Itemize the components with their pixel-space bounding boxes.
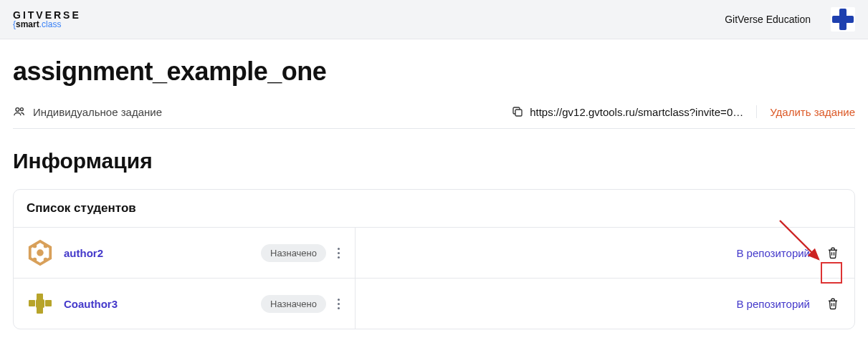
divider — [756, 105, 757, 118]
svg-point-5 — [33, 244, 37, 248]
assignment-type-label: Индивидуальное задание — [33, 106, 162, 118]
app-header: GITVERSE {smart.class GitVerse Education — [0, 0, 868, 39]
copy-icon[interactable] — [511, 105, 524, 118]
student-row: author2 Назначено В репозиторий — [14, 228, 854, 279]
trash-icon[interactable] — [826, 295, 840, 312]
logo-wordmark: GITVERSE — [13, 10, 81, 20]
logo[interactable]: GITVERSE {smart.class — [13, 10, 81, 29]
page-title: assignment_example_one — [13, 57, 855, 87]
svg-point-1 — [20, 108, 23, 111]
meta-row: Индивидуальное задание https://gv12.gvto… — [13, 105, 855, 129]
row-menu-button[interactable] — [332, 243, 345, 262]
trash-icon[interactable] — [826, 244, 840, 261]
svg-point-0 — [16, 108, 19, 112]
status-badge: Назначено — [261, 295, 326, 313]
svg-point-4 — [37, 249, 44, 256]
students-card-header: Список студентов — [14, 190, 854, 228]
users-icon — [13, 105, 26, 118]
repo-link[interactable]: В репозиторий — [736, 247, 810, 259]
delete-assignment-button[interactable]: Удалить задание — [770, 106, 855, 118]
org-name[interactable]: GitVerse Education — [725, 14, 811, 25]
row-menu-button[interactable] — [332, 294, 345, 313]
student-name[interactable]: Coauthor3 — [64, 298, 118, 310]
status-badge: Назначено — [261, 244, 326, 262]
student-row: Coauthor3 Назначено В репозиторий — [14, 279, 854, 329]
section-title: Информация — [13, 149, 855, 173]
avatar — [27, 290, 54, 317]
org-avatar[interactable] — [831, 7, 855, 32]
students-card: Список студентов — [13, 189, 855, 329]
invite-url[interactable]: https://gv12.gvtools.ru/smartclass?invit… — [530, 106, 743, 118]
svg-point-6 — [44, 244, 48, 248]
student-name[interactable]: author2 — [64, 247, 103, 259]
svg-point-8 — [44, 258, 48, 262]
avatar — [27, 239, 54, 266]
logo-subtitle: {smart.class — [13, 20, 81, 29]
invite-link-group: https://gv12.gvtools.ru/smartclass?invit… — [511, 105, 743, 118]
svg-rect-2 — [515, 110, 522, 116]
repo-link[interactable]: В репозиторий — [736, 298, 810, 310]
svg-point-7 — [33, 258, 37, 262]
